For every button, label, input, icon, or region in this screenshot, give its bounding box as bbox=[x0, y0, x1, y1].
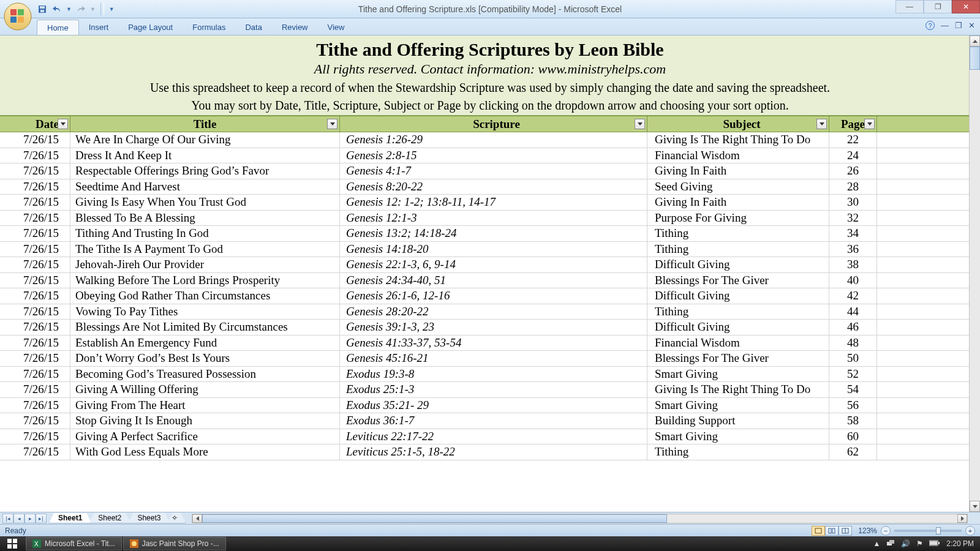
cell-page[interactable]: 58 bbox=[829, 413, 877, 429]
tray-flag-icon[interactable]: ⚑ bbox=[916, 539, 923, 548]
cell-subject[interactable]: Financial Wisdom bbox=[647, 335, 829, 351]
cell-date[interactable]: 7/26/15 bbox=[0, 429, 70, 444]
cell-page[interactable]: 40 bbox=[829, 273, 877, 288]
cell-subject[interactable]: Blessings For The Giver bbox=[647, 351, 829, 366]
cell-title[interactable]: Dress It And Keep It bbox=[70, 148, 340, 163]
cell-page[interactable]: 30 bbox=[829, 195, 877, 210]
table-row[interactable]: 7/26/15Giving Is Easy When You Trust God… bbox=[0, 195, 980, 211]
cell-subject[interactable]: Blessings For The Giver bbox=[647, 273, 829, 288]
cell-title[interactable]: Giving A Perfect Sacrifice bbox=[70, 429, 340, 444]
cell-scripture[interactable]: Genesis 4:1-7 bbox=[340, 163, 647, 179]
table-row[interactable]: 7/26/15Vowing To Pay TithesGenesis 28:20… bbox=[0, 304, 980, 320]
sheet-first-button[interactable]: |◂ bbox=[2, 514, 13, 523]
ribbon-tab-review[interactable]: Review bbox=[272, 20, 318, 35]
ribbon-tab-view[interactable]: View bbox=[318, 20, 355, 35]
cell-page[interactable]: 54 bbox=[829, 382, 877, 397]
cell-date[interactable]: 7/26/15 bbox=[0, 195, 70, 210]
cell-date[interactable]: 7/26/15 bbox=[0, 351, 70, 366]
cell-page[interactable]: 56 bbox=[829, 398, 877, 413]
cell-subject[interactable]: Tithing bbox=[647, 444, 829, 460]
zoom-out-button[interactable]: − bbox=[881, 526, 891, 536]
cell-date[interactable]: 7/26/15 bbox=[0, 148, 70, 163]
cell-title[interactable]: Obeying God Rather Than Circumstances bbox=[70, 288, 340, 304]
cell-title[interactable]: Jehovah-Jireh Our Provider bbox=[70, 257, 340, 272]
sheet-tab-sheet3[interactable]: Sheet3 bbox=[128, 513, 170, 523]
cell-scripture[interactable]: Genesis 45:16-21 bbox=[340, 351, 647, 366]
cell-subject[interactable]: Building Support bbox=[647, 413, 829, 429]
cell-page[interactable]: 26 bbox=[829, 163, 877, 179]
cell-date[interactable]: 7/26/15 bbox=[0, 288, 70, 304]
cell-page[interactable]: 62 bbox=[829, 444, 877, 460]
cell-subject[interactable]: Purpose For Giving bbox=[647, 211, 829, 226]
cell-title[interactable]: Giving A Willing Offering bbox=[70, 382, 340, 397]
cell-date[interactable]: 7/26/15 bbox=[0, 335, 70, 351]
tray-volume-icon[interactable]: 🔊 bbox=[901, 539, 910, 548]
cell-scripture[interactable]: Genesis 1:26-29 bbox=[340, 132, 647, 148]
cell-date[interactable]: 7/26/15 bbox=[0, 382, 70, 397]
table-row[interactable]: 7/26/15Establish An Emergency FundGenesi… bbox=[0, 335, 980, 351]
doc-restore-icon[interactable]: ❐ bbox=[955, 21, 962, 30]
cell-page[interactable]: 44 bbox=[829, 304, 877, 320]
cell-title[interactable]: Seedtime And Harvest bbox=[70, 179, 340, 195]
cell-subject[interactable]: Giving In Faith bbox=[647, 195, 829, 210]
undo-icon[interactable] bbox=[51, 4, 62, 15]
cell-page[interactable]: 50 bbox=[829, 351, 877, 366]
cell-date[interactable]: 7/26/15 bbox=[0, 367, 70, 382]
sheet-tab-sheet1[interactable]: Sheet1 bbox=[49, 513, 91, 523]
cell-scripture[interactable]: Exodus 35:21- 29 bbox=[340, 398, 647, 413]
table-row[interactable]: 7/26/15With God Less Equals MoreLeviticu… bbox=[0, 444, 980, 460]
cell-scripture[interactable]: Genesis 26:1-6, 12-16 bbox=[340, 288, 647, 304]
zoom-slider[interactable] bbox=[894, 530, 962, 532]
hscroll-thumb[interactable] bbox=[202, 514, 667, 523]
cell-subject[interactable]: Tithing bbox=[647, 226, 829, 241]
tray-clock[interactable]: 2:20 PM bbox=[946, 539, 974, 548]
cell-page[interactable]: 46 bbox=[829, 320, 877, 335]
cell-scripture[interactable]: Leviticus 25:1-5, 18-22 bbox=[340, 444, 647, 460]
cell-date[interactable]: 7/26/15 bbox=[0, 413, 70, 429]
cell-title[interactable]: Becoming God’s Treasured Possession bbox=[70, 367, 340, 382]
table-row[interactable]: 7/26/15Dress It And Keep ItGenesis 2:8-1… bbox=[0, 148, 980, 164]
cell-date[interactable]: 7/26/15 bbox=[0, 398, 70, 413]
cell-date[interactable]: 7/26/15 bbox=[0, 179, 70, 195]
table-row[interactable]: 7/26/15Jehovah-Jireh Our ProviderGenesis… bbox=[0, 257, 980, 273]
cell-title[interactable]: With God Less Equals More bbox=[70, 444, 340, 460]
scroll-up-button[interactable] bbox=[970, 36, 980, 47]
table-row[interactable]: 7/26/15We Are In Charge Of Our GivingGen… bbox=[0, 132, 980, 148]
filter-title-button[interactable] bbox=[327, 119, 337, 129]
cell-subject[interactable]: Tithing bbox=[647, 304, 829, 320]
table-row[interactable]: 7/26/15Giving A Willing OfferingExodus 2… bbox=[0, 382, 980, 398]
table-row[interactable]: 7/26/15Tithing And Trusting In GodGenesi… bbox=[0, 226, 980, 242]
undo-dropdown-icon[interactable]: ▼ bbox=[66, 6, 72, 12]
filter-page-button[interactable] bbox=[864, 119, 875, 129]
zoom-level[interactable]: 123% bbox=[858, 527, 877, 535]
cell-title[interactable]: Blessed To Be A Blessing bbox=[70, 211, 340, 226]
cell-page[interactable]: 52 bbox=[829, 367, 877, 382]
cell-scripture[interactable]: Genesis 28:20-22 bbox=[340, 304, 647, 320]
table-row[interactable]: 7/26/15Respectable Offerings Bring God’s… bbox=[0, 163, 980, 179]
filter-date-button[interactable] bbox=[58, 119, 68, 129]
doc-close-icon[interactable]: ✕ bbox=[968, 21, 975, 30]
cell-scripture[interactable]: Genesis 41:33-37, 53-54 bbox=[340, 335, 647, 351]
cell-date[interactable]: 7/26/15 bbox=[0, 273, 70, 288]
zoom-in-button[interactable]: + bbox=[965, 526, 975, 536]
cell-scripture[interactable]: Genesis 13:2; 14:18-24 bbox=[340, 226, 647, 241]
cell-subject[interactable]: Financial Wisdom bbox=[647, 148, 829, 163]
ribbon-tab-home[interactable]: Home bbox=[37, 20, 79, 35]
cell-scripture[interactable]: Genesis 12: 1-2; 13:8-11, 14-17 bbox=[340, 195, 647, 210]
view-page-layout-button[interactable] bbox=[825, 526, 839, 536]
vertical-scrollbar[interactable] bbox=[969, 36, 980, 512]
cell-page[interactable]: 38 bbox=[829, 257, 877, 272]
cell-page[interactable]: 22 bbox=[829, 132, 877, 148]
ribbon-tab-formulas[interactable]: Formulas bbox=[183, 20, 235, 35]
cell-date[interactable]: 7/26/15 bbox=[0, 304, 70, 320]
cell-subject[interactable]: Tithing bbox=[647, 242, 829, 257]
cell-title[interactable]: Establish An Emergency Fund bbox=[70, 335, 340, 351]
cell-title[interactable]: Don’t Worry God’s Best Is Yours bbox=[70, 351, 340, 366]
ribbon-tab-insert[interactable]: Insert bbox=[79, 20, 119, 35]
cell-scripture[interactable]: Genesis 14:18-20 bbox=[340, 242, 647, 257]
cell-scripture[interactable]: Genesis 39:1-3, 23 bbox=[340, 320, 647, 335]
cell-scripture[interactable]: Leviticus 22:17-22 bbox=[340, 429, 647, 444]
cell-title[interactable]: Tithing And Trusting In God bbox=[70, 226, 340, 241]
doc-minimize-icon[interactable]: — bbox=[941, 21, 949, 30]
cell-subject[interactable]: Giving In Faith bbox=[647, 163, 829, 179]
